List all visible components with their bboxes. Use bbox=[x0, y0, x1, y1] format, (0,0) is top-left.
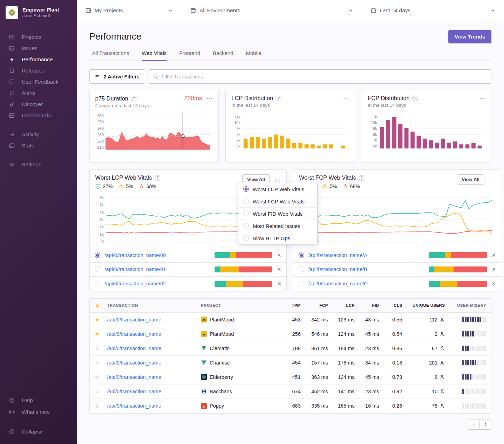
cls-value: 0.55 bbox=[384, 317, 407, 322]
selector-last-14-days[interactable]: Last 14 days bbox=[362, 0, 504, 21]
view-trends-button[interactable]: View Trends bbox=[448, 30, 491, 43]
selector-my-projects[interactable]: My Projects bbox=[77, 0, 182, 21]
transaction-radio[interactable] bbox=[95, 252, 100, 258]
tab-frontend[interactable]: Frontend bbox=[179, 50, 200, 61]
column-header-unique-users[interactable]: UNIQUE USERS bbox=[407, 303, 450, 307]
previous-page-button[interactable] bbox=[468, 419, 479, 430]
sidebar-item-help[interactable]: Help bbox=[0, 394, 77, 406]
transaction-link[interactable]: /api/0/transaction_name bbox=[105, 317, 199, 322]
close-icon[interactable]: × bbox=[277, 252, 281, 258]
sidebar-item-projects[interactable]: Projects bbox=[0, 32, 77, 43]
transaction-link[interactable]: /api/0/transaction_name/C bbox=[308, 281, 429, 286]
transaction-link[interactable]: /api/0/transaction_name bbox=[105, 346, 199, 351]
transaction-link[interactable]: /api/0/transaction_name bbox=[105, 331, 199, 337]
sidebar-item-settings[interactable]: Settings bbox=[0, 159, 77, 170]
selector-label: Last 14 days bbox=[380, 7, 411, 14]
sidebar-settings-nav: Settings bbox=[0, 159, 77, 170]
active-filters-button[interactable]: 2 Active Filters bbox=[89, 69, 145, 84]
star-toggle-icon[interactable]: ☆ bbox=[90, 359, 105, 366]
sidebar-item-label: Help bbox=[22, 397, 33, 403]
sidebar-item-user-feedback[interactable]: User Feedback bbox=[0, 76, 77, 88]
next-page-button[interactable] bbox=[479, 419, 491, 430]
star-toggle-icon[interactable]: ★ bbox=[90, 316, 105, 323]
sidebar-item-alerts[interactable]: Alerts bbox=[0, 88, 77, 99]
sidebar-item-issues[interactable]: Issues bbox=[0, 43, 77, 54]
question-icon[interactable]: ? bbox=[412, 96, 418, 101]
ellipsis-menu-icon[interactable]: ... bbox=[207, 96, 213, 99]
close-icon[interactable]: × bbox=[492, 252, 496, 258]
org-switcher[interactable]: Empower PlantJane Schmidt bbox=[0, 5, 77, 24]
selector-all-environments[interactable]: All Environments bbox=[182, 0, 362, 21]
sidebar-item-activity[interactable]: Activity bbox=[0, 129, 77, 140]
table-row: ☆/api/0/transaction_nameePoppy683335 ms1… bbox=[90, 399, 491, 413]
dropdown-item-slow-http-ops[interactable]: Slow HTTP Ops bbox=[238, 232, 317, 244]
transaction-link[interactable]: /api/0/transaction_name bbox=[105, 403, 199, 409]
transaction-link[interactable]: /api/0/transaction_name bbox=[105, 389, 199, 394]
column-header-lcp[interactable]: LCP bbox=[333, 303, 359, 307]
ellipsis-menu-icon[interactable]: ... bbox=[275, 177, 281, 180]
transaction-link[interactable]: /api/0/transaction_name/01 bbox=[105, 266, 215, 272]
transaction-link[interactable]: /api/0/transaction_name/02 bbox=[105, 281, 215, 286]
star-toggle-icon[interactable]: ☆ bbox=[90, 403, 105, 409]
star-toggle-icon[interactable]: ★ bbox=[90, 331, 105, 337]
question-icon[interactable]: ? bbox=[155, 175, 160, 181]
column-header-tpm[interactable]: TPM bbox=[285, 303, 306, 307]
ellipsis-menu-icon[interactable]: ... bbox=[343, 96, 349, 99]
fcp-distribution-chart[interactable]: 6k7k8k9k10k11k bbox=[368, 111, 485, 154]
close-icon[interactable]: × bbox=[277, 280, 281, 287]
sidebar-item-releases[interactable]: Releases bbox=[0, 65, 77, 76]
tab-web-vitals[interactable]: Web Vitals bbox=[142, 50, 167, 61]
view-all-button[interactable]: View All bbox=[457, 174, 484, 185]
worst-fcp-web-vitals-chart[interactable]: 01k2k3k4k5k6k bbox=[293, 192, 501, 248]
column-header-fid[interactable]: FID bbox=[359, 303, 384, 307]
ellipsis-menu-icon[interactable]: ... bbox=[489, 177, 495, 180]
transaction-link[interactable]: /api/0/transaction_name bbox=[105, 360, 199, 366]
cls-value: 0.54 bbox=[384, 331, 407, 337]
close-icon[interactable]: × bbox=[492, 280, 496, 287]
transaction-link[interactable]: /api/0/transaction_name/A bbox=[308, 252, 429, 258]
dropdown-item-worst-fcp-web-vitals[interactable]: Worst FCP Web Vitals bbox=[238, 195, 317, 208]
transaction-radio[interactable] bbox=[95, 281, 100, 286]
dropdown-item-most-related-issues[interactable]: Most Related Issues bbox=[238, 220, 317, 232]
star-toggle-icon[interactable]: ☆ bbox=[90, 388, 105, 395]
sidebar-item-discover[interactable]: Discover bbox=[0, 99, 77, 110]
tab-all-transactions[interactable]: All Transactions bbox=[92, 50, 129, 61]
transaction-radio[interactable] bbox=[95, 266, 100, 272]
transaction-radio[interactable] bbox=[299, 281, 304, 286]
sidebar-item-label: Issues bbox=[22, 45, 37, 51]
transaction-link[interactable]: /api/0/transaction_name/00 bbox=[105, 252, 215, 258]
question-icon[interactable]: ? bbox=[359, 175, 364, 181]
star-column-header-icon[interactable]: ★ bbox=[90, 302, 105, 309]
svg-text:5k: 5k bbox=[99, 203, 104, 207]
p75-duration-chart[interactable]: 210220230240250260 bbox=[95, 111, 213, 154]
dropdown-item-worst-fid-web-vitals[interactable]: Worst FID Web Vitals bbox=[238, 208, 317, 220]
tab-mobile[interactable]: Mobile bbox=[246, 50, 261, 61]
sidebar-item-collapse[interactable]: Collapse bbox=[0, 426, 77, 438]
sidebar-item-stats[interactable]: Stats bbox=[0, 140, 77, 151]
column-header-user-misery[interactable]: USER MISERY bbox=[450, 303, 491, 307]
sidebar-item-performance[interactable]: Performance bbox=[0, 54, 77, 65]
dropdown-item-worst-lcp-web-vitals[interactable]: Worst LCP Web Vitals bbox=[238, 183, 317, 195]
column-header-cls[interactable]: CLS bbox=[384, 303, 407, 307]
transaction-radio[interactable] bbox=[299, 266, 304, 272]
star-toggle-icon[interactable]: ☆ bbox=[90, 374, 105, 380]
ellipsis-menu-icon[interactable]: ... bbox=[479, 96, 485, 99]
search-input[interactable] bbox=[162, 74, 486, 79]
star-toggle-icon[interactable]: ☆ bbox=[90, 345, 105, 352]
question-icon[interactable]: ? bbox=[276, 96, 281, 101]
close-icon[interactable]: × bbox=[492, 266, 496, 272]
column-header-transaction[interactable]: TRANSACTION bbox=[105, 303, 199, 307]
transaction-link[interactable]: /api/0/transaction_name bbox=[105, 374, 199, 380]
sidebar-item-dashboards[interactable]: Dashboards bbox=[0, 110, 77, 121]
sidebar-item-what-s-new[interactable]: What's new bbox=[0, 406, 77, 418]
question-icon[interactable]: ? bbox=[131, 96, 136, 101]
column-header-project[interactable]: PROJECT bbox=[199, 303, 285, 307]
tab-backend[interactable]: Backend bbox=[213, 50, 233, 61]
lcp-distribution-chart[interactable]: 6k7k8k9k10k11k bbox=[231, 111, 349, 154]
transaction-link[interactable]: /api/0/transaction_name/B bbox=[308, 266, 429, 272]
transaction-radio[interactable] bbox=[299, 252, 304, 258]
vitals-transaction-row: /api/0/transaction_name/02× bbox=[90, 277, 286, 291]
svg-text:7k: 7k bbox=[237, 138, 241, 142]
close-icon[interactable]: × bbox=[277, 266, 281, 272]
column-header-fcp[interactable]: FCP bbox=[306, 303, 333, 307]
